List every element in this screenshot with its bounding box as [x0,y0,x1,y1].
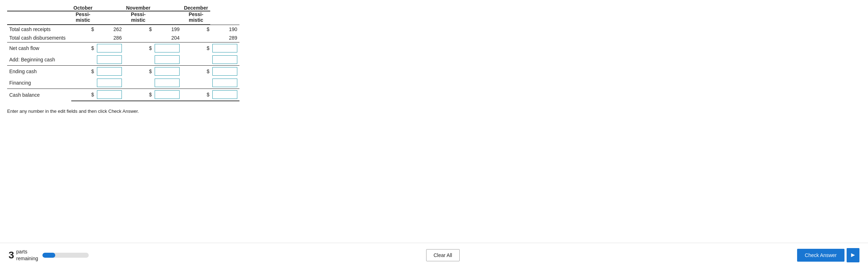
dollar-sign [124,54,153,66]
cash-budget-table: October November December Pessi-mistic P… [7,4,239,101]
dollar-sign: $ [124,25,153,34]
dollar-sign: $ [124,66,153,77]
table-row: Total cash receipts$262$199$190 [7,25,239,34]
november-sub: Pessi-mistic [124,11,153,25]
input-cell[interactable] [95,66,124,77]
row-label: Cash balance [7,89,71,101]
dollar-sign: $ [182,25,210,34]
dollar-sign: $ [124,42,153,54]
input-cell[interactable] [95,77,124,89]
input-row4-col2[interactable] [212,67,237,76]
row-label: Total cash disbursements [7,34,71,42]
input-cell[interactable] [153,77,182,89]
dollar-sign [71,54,95,66]
input-row2-col1[interactable] [155,44,180,52]
input-row2-col0[interactable] [97,44,122,52]
dollar-sign: $ [182,89,210,101]
input-row3-col0[interactable] [97,55,122,64]
value-cell: 199 [153,25,182,34]
dollar-sign [182,34,210,42]
dollar-sign: $ [182,42,210,54]
instructions-text: Enter any number in the edit fields and … [7,109,235,114]
row-label: Add: Beginning cash [7,54,71,66]
value-cell: 286 [95,34,124,42]
input-row4-col0[interactable] [97,67,122,76]
dollar-sign: $ [71,89,95,101]
input-cell[interactable] [95,89,124,101]
input-cell[interactable] [210,77,239,89]
value-cell: 262 [95,25,124,34]
column-header-row: October November December [7,4,239,11]
value-cell: 204 [153,34,182,42]
input-row5-col1[interactable] [155,79,180,87]
input-row3-col1[interactable] [155,55,180,64]
input-cell[interactable] [210,42,239,54]
input-row4-col1[interactable] [155,67,180,76]
input-cell[interactable] [153,54,182,66]
december-header: December [182,4,210,11]
dollar-sign [124,77,153,89]
table-row: Cash balance$$$ [7,89,239,101]
dollar-sign [182,54,210,66]
dollar-sign [71,77,95,89]
dollar-sign [71,34,95,42]
input-cell[interactable] [210,54,239,66]
input-cell[interactable] [210,66,239,77]
dollar-sign [182,77,210,89]
input-row6-col0[interactable] [97,90,122,99]
october-header: October [71,4,95,11]
input-row5-col0[interactable] [97,79,122,87]
dollar-sign: $ [182,66,210,77]
dollar-sign: $ [71,25,95,34]
table-row: Add: Beginning cash [7,54,239,66]
table-row: Ending cash$$$ [7,66,239,77]
input-cell[interactable] [153,66,182,77]
input-cell[interactable] [95,54,124,66]
dollar-sign: $ [71,42,95,54]
dollar-sign [124,34,153,42]
row-label: Net cash flow [7,42,71,54]
input-row6-col2[interactable] [212,90,237,99]
december-sub: Pessi-mistic [182,11,210,25]
input-row5-col2[interactable] [212,79,237,87]
sub-header-row: Pessi-mistic Pessi-mistic Pessi-mistic [7,11,239,25]
input-row3-col2[interactable] [212,55,237,64]
value-cell: 190 [210,25,239,34]
row-label: Total cash receipts [7,25,71,34]
november-header: November [124,4,153,11]
dollar-sign: $ [124,89,153,101]
table-row: Net cash flow$$$ [7,42,239,54]
value-cell: 289 [210,34,239,42]
dollar-sign: $ [71,66,95,77]
table-row: Total cash disbursements286204289 [7,34,239,42]
input-cell[interactable] [95,42,124,54]
october-sub: Pessi-mistic [71,11,95,25]
table-row: Financing [7,77,239,89]
input-cell[interactable] [210,89,239,101]
main-content: October November December Pessi-mistic P… [0,0,242,121]
input-cell[interactable] [153,89,182,101]
input-cell[interactable] [153,42,182,54]
row-label: Financing [7,77,71,89]
row-label: Ending cash [7,66,71,77]
input-row6-col1[interactable] [155,90,180,99]
input-row2-col2[interactable] [212,44,237,52]
